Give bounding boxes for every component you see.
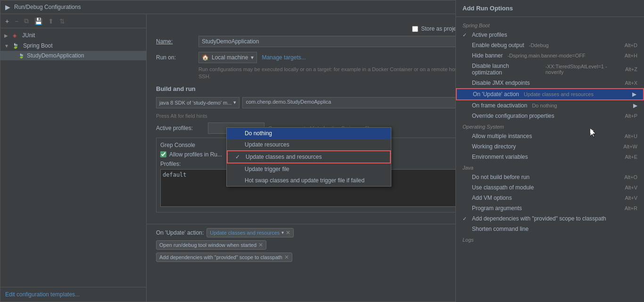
dropdown-item-update-resources[interactable]: Update resources (227, 139, 391, 150)
remove-config-button[interactable]: − (13, 16, 20, 26)
options-item-on-frame[interactable]: On frame deactivation Do nothing ▶ (456, 100, 644, 111)
dropdown-item-update-trigger[interactable]: Update trigger file (227, 163, 391, 175)
edit-templates-link[interactable]: Edit configuration templates... (0, 287, 146, 302)
java-section-label: Java (456, 162, 644, 172)
options-item-program-args[interactable]: Program arguments Alt+R (456, 203, 644, 213)
java-sdk-select[interactable]: java 8 SDK of 'study-demo' m... ▾ (156, 97, 239, 108)
options-item-env-vars[interactable]: Environment variables Alt+E (456, 152, 644, 162)
dropdown-item-do-nothing[interactable]: Do nothing (227, 128, 391, 139)
sidebar-item-app[interactable]: 🍃 StudyDemoApplication (0, 51, 146, 60)
run-on-value: Local machine (212, 54, 248, 61)
dropdown-label-update-trigger: Update trigger file (245, 166, 289, 172)
options-item-add-vm[interactable]: Add VM options Alt+V (456, 193, 644, 203)
junit-icon: ◈ (11, 32, 18, 39)
options-item-on-update[interactable]: On 'Update' action Update classes and re… (456, 88, 644, 100)
add-deps-close-icon[interactable]: ✕ (284, 254, 289, 261)
add-deps-chip-label: Add dependencies with "provided" scope t… (159, 254, 282, 260)
check-icon: ✓ (462, 32, 469, 38)
build-section-title: Build and run (156, 85, 485, 92)
options-sub: -Dspring.main.banner-mode=OFF (507, 53, 585, 58)
options-sub: Update classes and resources (524, 91, 594, 97)
options-item-add-deps[interactable]: ✓ Add dependencies with "provided" scope… (456, 213, 644, 224)
name-input[interactable] (198, 36, 485, 47)
options-item-no-build[interactable]: Do not build before run Alt+O (456, 172, 644, 182)
dropdown-item-update-classes[interactable]: ✓ Update classes and resources (227, 150, 391, 163)
main-class-input[interactable]: com.chenp.demo.StudyDemoApplica (242, 97, 485, 108)
options-active-profiles-label: Active profiles (472, 32, 507, 38)
options-item-left: Disable JMX endpoints (462, 80, 530, 86)
move-up-button[interactable]: ⬆ (46, 16, 56, 26)
options-item-active-profiles[interactable]: ✓ Active profiles (456, 30, 644, 40)
options-item-classpath-module[interactable]: Use classpath of module Alt+V (456, 182, 644, 193)
junit-label: JUnit (22, 32, 35, 39)
options-item-left: Allow multiple instances (462, 133, 532, 139)
options-item-disable-launch[interactable]: Disable launch optimization -XX:TieredSt… (456, 61, 644, 78)
options-shortcut: Alt+R (625, 205, 637, 211)
options-shortcut: Alt+D (625, 42, 637, 48)
info-text: Run configurations may be executed local… (198, 66, 485, 81)
run-on-row: Run on: 🏠 Local machine ▾ Manage targets… (156, 52, 485, 63)
options-item-left: Program arguments (462, 205, 522, 212)
dropdown-label-update-resources: Update resources (245, 141, 289, 148)
add-config-button[interactable]: + (3, 16, 11, 26)
options-item-left: Shorten command line (462, 226, 528, 232)
store-project-checkbox[interactable] (412, 26, 418, 32)
options-on-frame-label: On frame deactivation (472, 102, 527, 109)
on-update-chip-value: Update classes and resources (210, 230, 280, 236)
expand-arrow-icon: ▼ (4, 43, 9, 49)
arrow-icon: ▶ (633, 102, 637, 109)
chevron-down-icon: ▾ (251, 54, 254, 61)
options-item-override-config[interactable]: Override configuration properties Alt+P (456, 111, 644, 121)
options-env-vars-label: Environment variables (472, 154, 528, 160)
options-shortcut: Alt+Z (625, 66, 637, 72)
save-config-button[interactable]: 💾 (33, 16, 44, 26)
options-item-disable-jmx[interactable]: Disable JMX endpoints Alt+X (456, 78, 644, 88)
sidebar-tree: ▶ ◈ JUnit ▼ 🍃 Spring Boot 🍃 StudyDemoApp… (0, 28, 146, 287)
options-add-vm-label: Add VM options (472, 195, 512, 201)
options-item-left: Do not build before run (462, 174, 529, 180)
options-working-dir-label: Working directory (472, 143, 516, 150)
chip-close-icon[interactable]: ✕ (286, 229, 290, 236)
run-on-select[interactable]: 🏠 Local machine ▾ (198, 52, 257, 63)
add-deps-chip[interactable]: Add dependencies with "provided" scope t… (156, 253, 292, 262)
spring-boot-section-label: Spring Boot (456, 20, 644, 30)
build-row: java 8 SDK of 'study-demo' m... ▾ com.ch… (156, 97, 485, 108)
options-item-left: ✓ Add dependencies with "provided" scope… (462, 215, 606, 222)
sidebar-item-spring-boot[interactable]: ▼ 🍃 Spring Boot (0, 41, 146, 51)
options-hide-banner-label: Hide banner (472, 52, 503, 59)
run-options-body: Spring Boot ✓ Active profiles Enable deb… (456, 17, 644, 302)
options-enable-debug-label: Enable debug output (472, 42, 524, 49)
dropdown-label-hot-swap: Hot swap classes and update trigger file… (245, 177, 364, 184)
open-run-chip[interactable]: Open run/debug tool window when started … (156, 240, 266, 250)
sort-button[interactable]: ⇅ (58, 16, 67, 26)
options-sub: -Ddebug (529, 42, 549, 48)
open-run-tag-row: Open run/debug tool window when started … (156, 240, 485, 250)
options-no-build-label: Do not build before run (472, 174, 529, 180)
options-item-enable-debug[interactable]: Enable debug output -Ddebug Alt+D (456, 40, 644, 50)
dropdown-item-hot-swap[interactable]: Hot swap classes and update trigger file… (227, 175, 391, 186)
copy-config-button[interactable]: ⧉ (22, 16, 31, 26)
arrow-icon: ▶ (632, 91, 636, 98)
add-deps-tag-row: Add dependencies with "provided" scope t… (156, 253, 485, 262)
options-item-working-dir[interactable]: Working directory Alt+W (456, 141, 644, 152)
dropdown-label-do-nothing: Do nothing (245, 130, 272, 137)
manage-targets-link[interactable]: Manage targets... (262, 54, 305, 61)
options-item-allow-multiple[interactable]: Allow multiple instances Alt+U (456, 131, 644, 141)
options-add-deps-label: Add dependencies with "provided" scope t… (472, 215, 606, 222)
options-item-shorten-cmd[interactable]: Shorten command line (456, 224, 644, 234)
open-run-chip-label: Open run/debug tool window when started (159, 242, 256, 248)
options-sub: -XX:TieredStopAtLevel=1 -noverify (545, 64, 625, 75)
options-item-left: On frame deactivation Do nothing (462, 102, 557, 109)
options-item-left: Enable debug output -Ddebug (462, 42, 549, 49)
options-shorten-cmd-label: Shorten command line (472, 226, 528, 232)
on-update-chip[interactable]: Update classes and resources ▾ ✕ (206, 228, 294, 237)
spring-boot-label: Spring Boot (23, 42, 53, 49)
options-item-left: Environment variables (462, 154, 528, 160)
options-on-update-label: On 'Update' action (473, 91, 519, 98)
options-item-left: Hide banner -Dspring.main.banner-mode=OF… (462, 52, 586, 59)
on-update-tag-row: On 'Update' action: Update classes and r… (156, 228, 485, 237)
sidebar-item-junit[interactable]: ▶ ◈ JUnit (0, 30, 146, 41)
options-item-hide-banner[interactable]: Hide banner -Dspring.main.banner-mode=OF… (456, 50, 644, 61)
allow-profiles-checkbox[interactable] (160, 151, 166, 157)
open-run-close-icon[interactable]: ✕ (258, 242, 263, 248)
